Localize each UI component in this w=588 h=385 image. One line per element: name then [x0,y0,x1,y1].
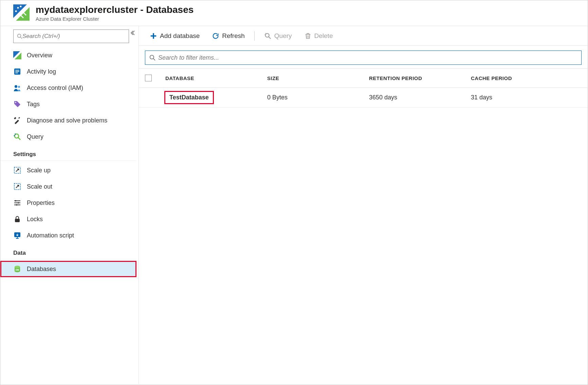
column-database[interactable]: Database [165,75,267,81]
cell-retention: 3650 days [369,94,471,101]
svg-point-20 [15,134,16,135]
svg-point-21 [14,135,15,136]
script-icon [13,231,21,239]
query-button[interactable]: Query [259,30,297,42]
button-label: Add database [160,32,200,40]
sidebar-item-scale-out[interactable]: Scale out [0,178,136,195]
sidebar-item-label: Activity log [27,68,56,75]
svg-line-8 [21,37,22,39]
cell-size: 0 Bytes [267,94,369,101]
svg-rect-12 [15,70,19,71]
svg-point-27 [15,200,16,201]
button-label: Refresh [222,32,245,40]
page-title: mydataexplorercluster - Databases [36,4,194,15]
sidebar-search[interactable] [13,30,129,43]
select-all-checkbox[interactable] [145,75,152,81]
svg-point-7 [18,34,21,38]
sidebar-item-access-control[interactable]: Access control (IAM) [0,80,136,96]
properties-icon [13,199,21,207]
database-icon: DB [13,265,21,273]
svg-point-38 [264,34,265,35]
sidebar-item-label: Diagnose and solve problems [27,117,107,124]
search-icon [17,34,22,39]
svg-point-16 [18,86,20,88]
sidebar-section-settings: Settings [0,145,136,161]
sidebar-item-label: Scale up [27,167,51,174]
sidebar-item-query[interactable]: Query [0,129,136,145]
sidebar-item-diagnose[interactable]: Diagnose and solve problems [0,112,136,129]
delete-button[interactable]: Delete [299,30,338,42]
sidebar-item-databases[interactable]: DB Databases [0,261,136,277]
scale-up-icon [13,166,21,174]
databases-table: Database Size Retention Period Cache Per… [139,68,588,108]
sidebar-item-label: Locks [27,216,43,223]
svg-point-37 [265,33,266,34]
svg-point-3 [20,6,22,7]
sidebar-item-label: Automation script [27,232,74,239]
svg-line-42 [153,59,155,60]
sidebar-item-label: Access control (IAM) [27,84,83,92]
svg-point-4 [15,11,17,12]
svg-point-28 [18,202,19,204]
sidebar-item-label: Tags [27,101,40,108]
svg-line-19 [18,137,20,140]
svg-rect-30 [15,219,20,222]
toolbar-separator [254,31,255,41]
query-icon [13,133,21,141]
sidebar-item-label: Databases [27,266,56,273]
cluster-icon [13,51,21,59]
cell-cache: 31 days [471,94,582,101]
sidebar-section-data: Data [0,244,136,259]
tag-icon [13,100,21,108]
sidebar-item-tags[interactable]: Tags [0,96,136,112]
refresh-icon [212,32,219,40]
svg-point-2 [17,7,19,9]
sidebar-item-locks[interactable]: Locks [0,211,136,227]
lock-icon [13,215,21,223]
refresh-button[interactable]: Refresh [207,30,250,42]
sidebar-item-automation[interactable]: Automation script [0,227,136,244]
tools-icon [13,116,21,124]
svg-point-29 [16,204,17,206]
sidebar-item-properties[interactable]: Properties [0,195,136,211]
plus-icon [150,32,157,40]
sidebar-search-input[interactable] [22,33,125,40]
sidebar-item-activity-log[interactable]: Activity log [0,63,136,80]
filter-search[interactable] [145,51,582,65]
column-size[interactable]: Size [267,75,369,81]
sidebar-item-overview[interactable]: Overview [0,47,136,63]
search-icon [149,55,155,61]
sidebar: Overview Activity log Access control (IA… [0,26,139,384]
filter-search-input[interactable] [158,54,577,61]
collapse-sidebar-button[interactable] [128,29,136,37]
main-content: Add database Refresh Query Delete [139,26,588,384]
page-subtitle: Azure Data Explorer Cluster [36,16,194,22]
sidebar-item-label: Properties [27,199,55,207]
svg-line-36 [269,36,271,38]
svg-rect-14 [15,73,18,73]
column-retention[interactable]: Retention Period [369,75,471,81]
svg-point-41 [150,55,154,59]
trash-icon [304,32,312,40]
query-icon [264,32,272,40]
cluster-logo-icon [13,4,30,21]
sidebar-item-label: Query [27,133,43,140]
sidebar-item-label: Scale out [27,183,52,190]
svg-point-17 [15,102,16,103]
svg-point-33 [15,266,20,268]
database-name-link[interactable]: TestDatabase [165,92,213,103]
toolbar: Add database Refresh Query Delete [139,26,588,46]
button-label: Delete [314,32,333,40]
svg-point-15 [15,85,17,88]
sidebar-item-label: Overview [27,52,52,59]
table-row[interactable]: TestDatabase 0 Bytes 3650 days 31 days [139,88,588,108]
page-header: mydataexplorercluster - Databases Azure … [0,0,588,26]
svg-rect-13 [15,71,19,72]
people-icon [13,84,21,92]
table-header: Database Size Retention Period Cache Per… [139,68,588,88]
button-label: Query [274,32,292,40]
sidebar-item-scale-up[interactable]: Scale up [0,162,136,178]
column-cache[interactable]: Cache Period [471,75,582,81]
add-database-button[interactable]: Add database [145,30,204,42]
log-icon [13,68,21,76]
